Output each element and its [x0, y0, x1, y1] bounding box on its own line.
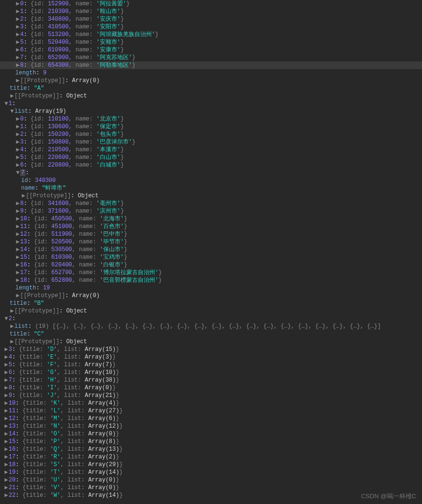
console-tree[interactable]: ▶0: {id: 152900, name: '阿拉善盟'}▶1: {id: 2…: [0, 0, 422, 499]
group-collapsed[interactable]: ▶14: {title: 'O', list: Array(0)}: [0, 430, 422, 438]
collapse-arrow[interactable]: ▶: [15, 146, 20, 154]
array-item[interactable]: ▶1: {id: 210300, name: '鞍山市'}: [0, 8, 422, 15]
list-row[interactable]: ▶list: (19) [{…}, {…}, {…}, {…}, {…}, {……: [0, 323, 422, 330]
collapse-arrow[interactable]: ▶: [15, 8, 20, 15]
array-item[interactable]: ▶5: {id: 220600, name: '白山市'}: [0, 154, 422, 161]
expand-arrow[interactable]: ▼: [15, 169, 20, 177]
group-collapsed[interactable]: ▶21: {title: 'V', list: Array(0)}: [0, 484, 422, 492]
array-item[interactable]: ▶3: {id: 410500, name: '安阳市'}: [0, 23, 422, 31]
prototype-row[interactable]: ▶[[Prototype]]: Object: [0, 92, 422, 100]
collapse-arrow[interactable]: ▶: [15, 238, 20, 246]
collapse-arrow[interactable]: ▶: [15, 253, 20, 261]
array-item[interactable]: ▶12: {id: 511900, name: '巴中市'}: [0, 230, 422, 238]
collapse-arrow[interactable]: ▶: [15, 54, 20, 61]
collapse-arrow[interactable]: ▶: [15, 23, 20, 31]
collapse-arrow[interactable]: ▶: [4, 453, 9, 461]
array-item[interactable]: ▶3: {id: 150800, name: '巴彦淖尔市'}: [0, 138, 422, 146]
group-header[interactable]: ▼2:: [0, 315, 422, 323]
collapse-arrow[interactable]: ▶: [10, 323, 14, 330]
prototype-row[interactable]: ▶[[Prototype]]: Object: [0, 338, 422, 346]
collapse-arrow[interactable]: ▶: [15, 246, 20, 253]
group-collapsed[interactable]: ▶10: {title: 'K', list: Array(4)}: [0, 399, 422, 407]
array-item[interactable]: ▶6: {id: 610900, name: '安康市'}: [0, 46, 422, 54]
collapse-arrow[interactable]: ▶: [15, 138, 20, 146]
array-item[interactable]: ▶16: {id: 620400, name: '白银市'}: [0, 261, 422, 269]
collapse-arrow[interactable]: ▶: [15, 161, 20, 169]
array-item[interactable]: ▶11: {id: 451000, name: '百色市'}: [0, 223, 422, 230]
collapse-arrow[interactable]: ▶: [15, 115, 20, 123]
collapse-arrow[interactable]: ▶: [15, 46, 20, 54]
expand-arrow[interactable]: ▼: [4, 100, 9, 108]
group-collapsed[interactable]: ▶15: {title: 'P', list: Array(8)}: [0, 438, 422, 445]
array-item[interactable]: ▶14: {id: 530500, name: '保山市'}: [0, 246, 422, 253]
group-collapsed[interactable]: ▶11: {title: 'L', list: Array(27)}: [0, 407, 422, 415]
collapse-arrow[interactable]: ▶: [4, 492, 9, 499]
collapse-arrow[interactable]: ▶: [15, 230, 20, 238]
collapse-arrow[interactable]: ▶: [15, 123, 20, 131]
group-collapsed[interactable]: ▶13: {title: 'N', list: Array(12)}: [0, 422, 422, 430]
collapse-arrow[interactable]: ▶: [15, 200, 20, 207]
collapse-arrow[interactable]: ▶: [15, 0, 20, 8]
collapse-arrow[interactable]: ▶: [15, 215, 20, 223]
collapse-arrow[interactable]: ▶: [4, 384, 9, 392]
collapse-arrow[interactable]: ▶: [4, 392, 9, 399]
array-item[interactable]: ▶6: {id: 220800, name: '白城市'}: [0, 161, 422, 169]
collapse-arrow[interactable]: ▶: [4, 445, 9, 453]
array-item[interactable]: ▶5: {id: 520400, name: '安顺市'}: [0, 38, 422, 46]
collapse-arrow[interactable]: ▶: [4, 468, 9, 476]
array-item[interactable]: ▶10: {id: 450500, name: '北海市'}: [0, 215, 422, 223]
collapse-arrow[interactable]: ▶: [10, 307, 14, 315]
array-item[interactable]: ▶13: {id: 520500, name: '毕节市'}: [0, 238, 422, 246]
collapse-arrow[interactable]: ▶: [10, 92, 14, 100]
collapse-arrow[interactable]: ▶: [21, 192, 26, 200]
group-collapsed[interactable]: ▶5: {title: 'F', list: Array(7)}: [0, 361, 422, 369]
array-item[interactable]: ▶18: {id: 652800, name: '巴音郭楞蒙古自治州'}: [0, 276, 422, 284]
array-item[interactable]: ▶0: {id: 110100, name: '北京市'}: [0, 115, 422, 123]
collapse-arrow[interactable]: ▶: [15, 154, 20, 161]
group-collapsed[interactable]: ▶7: {title: 'H', list: Array(38)}: [0, 376, 422, 384]
collapse-arrow[interactable]: ▶: [15, 261, 20, 269]
collapse-arrow[interactable]: ▶: [4, 346, 9, 353]
prototype-row[interactable]: ▶[[Prototype]]: Array(0): [0, 292, 422, 300]
array-item[interactable]: ▶0: {id: 152900, name: '阿拉善盟'}: [0, 0, 422, 8]
prototype-row[interactable]: ▶[[Prototype]]: Object: [0, 307, 422, 315]
collapse-arrow[interactable]: ▶: [15, 38, 20, 46]
array-item[interactable]: ▶2: {id: 150200, name: '包头市'}: [0, 131, 422, 138]
array-item[interactable]: ▶15: {id: 610300, name: '宝鸡市'}: [0, 253, 422, 261]
collapse-arrow[interactable]: ▶: [15, 15, 20, 23]
array-item[interactable]: ▶7: {id: 652900, name: '阿克苏地区'}: [0, 54, 422, 61]
collapse-arrow[interactable]: ▶: [15, 292, 20, 300]
group-collapsed[interactable]: ▶16: {title: 'Q', list: Array(13)}: [0, 445, 422, 453]
array-item[interactable]: ▶1: {id: 130600, name: '保定市'}: [0, 123, 422, 131]
group-header[interactable]: ▼1:: [0, 100, 422, 108]
group-collapsed[interactable]: ▶9: {title: 'J', list: Array(21)}: [0, 392, 422, 399]
array-item[interactable]: ▶17: {id: 652700, name: '博尔塔拉蒙古自治州'}: [0, 269, 422, 276]
group-collapsed[interactable]: ▶18: {title: 'S', list: Array(29)}: [0, 461, 422, 468]
collapse-arrow[interactable]: ▶: [15, 223, 20, 230]
array-item[interactable]: ▶8: {id: 654300, name: '阿勒泰地区'}: [0, 61, 422, 69]
collapse-arrow[interactable]: ▶: [4, 484, 9, 492]
collapse-arrow[interactable]: ▶: [15, 77, 20, 84]
group-collapsed[interactable]: ▶22: {title: 'W', list: Array(14)}: [0, 492, 422, 499]
collapse-arrow[interactable]: ▶: [4, 476, 9, 484]
collapse-arrow[interactable]: ▶: [4, 376, 9, 384]
list-row[interactable]: ▼list: Array(19): [0, 108, 422, 115]
group-collapsed[interactable]: ▶17: {title: 'R', list: Array(2)}: [0, 453, 422, 461]
group-collapsed[interactable]: ▶8: {title: 'I', list: Array(0)}: [0, 384, 422, 392]
group-collapsed[interactable]: ▶12: {title: 'M', list: Array(6)}: [0, 415, 422, 422]
prototype-row[interactable]: ▶[[Prototype]]: Object: [0, 192, 422, 200]
array-item[interactable]: ▶4: {id: 210500, name: '本溪市'}: [0, 146, 422, 154]
group-collapsed[interactable]: ▶20: {title: 'U', list: Array(0)}: [0, 476, 422, 484]
collapse-arrow[interactable]: ▶: [4, 430, 9, 438]
collapse-arrow[interactable]: ▶: [4, 353, 9, 361]
collapse-arrow[interactable]: ▶: [15, 131, 20, 138]
collapse-arrow[interactable]: ▶: [4, 369, 9, 376]
group-collapsed[interactable]: ▶19: {title: 'T', list: Array(14)}: [0, 468, 422, 476]
collapse-arrow[interactable]: ▶: [15, 31, 20, 38]
collapse-arrow[interactable]: ▶: [15, 207, 20, 215]
array-item[interactable]: ▶9: {id: 371600, name: '滨州市'}: [0, 207, 422, 215]
collapse-arrow[interactable]: ▶: [15, 269, 20, 276]
group-collapsed[interactable]: ▶6: {title: 'G', list: Array(10)}: [0, 369, 422, 376]
collapse-arrow[interactable]: ▶: [4, 438, 9, 445]
group-collapsed[interactable]: ▶4: {title: 'E', list: Array(3)}: [0, 353, 422, 361]
